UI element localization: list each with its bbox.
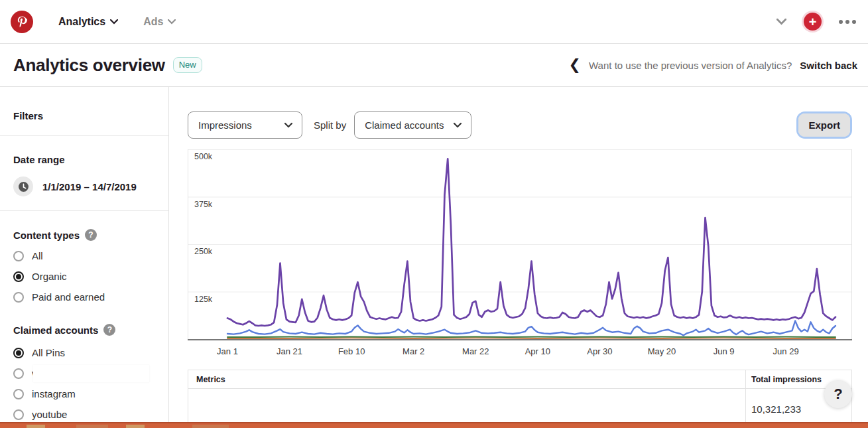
series-blue-line [227, 321, 836, 336]
split-by-label: Split by [314, 119, 346, 131]
switch-back-link[interactable]: Switch back [800, 60, 857, 71]
nav-ads-menu[interactable]: Ads [143, 16, 176, 28]
chevron-down-icon [168, 19, 176, 25]
x-tick-label: Jan 1 [217, 346, 238, 356]
series-green-line [227, 337, 836, 338]
metric-select-value: Impressions [198, 119, 252, 131]
chevron-down-icon [110, 19, 118, 25]
date-range-picker[interactable]: 1/1/2019 – 14/7/2019 [13, 177, 155, 196]
x-tick-label: May 20 [648, 346, 676, 356]
series-purple-line [227, 159, 836, 326]
y-tick-label: 500k [194, 152, 213, 161]
y-tick-label: 125k [194, 295, 213, 304]
export-button-focus-ring: Export [796, 111, 852, 139]
x-tick-label: Jun 9 [713, 346, 735, 356]
page-title: Analytics overview [13, 55, 165, 76]
content-types-help-icon[interactable]: ? [85, 229, 97, 241]
radio-icon-selected [13, 348, 24, 358]
radio-label: instagram [32, 388, 76, 399]
metric-select[interactable]: Impressions [188, 111, 302, 139]
top-nav: Analytics Ads + [0, 0, 868, 44]
filters-sidebar: Filters Date range 1/1/2019 – 14/7/2019 … [0, 87, 169, 428]
radio-icon-selected [13, 271, 24, 282]
claimed-accounts-help-icon[interactable]: ? [103, 324, 115, 336]
radio-label: Organic [32, 271, 67, 282]
chevron-down-icon [284, 123, 292, 128]
radio-icon [13, 409, 24, 420]
chevron-left-icon[interactable]: ❮ [569, 58, 581, 72]
radio-label: All [32, 250, 43, 261]
clock-icon [13, 177, 33, 196]
impressions-line-chart: 125k250k375k500kJan 1Jan 21Feb 10Mar 2Ma… [188, 149, 852, 363]
bottom-window-edge-bar [0, 422, 868, 428]
content-types-title: Content types [13, 230, 80, 241]
main-content: Impressions Split by Claimed accounts Ex… [169, 87, 868, 428]
account-chevron-down-icon[interactable] [776, 19, 786, 25]
claimed-accounts-title: Claimed accounts [13, 324, 98, 336]
divider [0, 210, 168, 211]
previous-version-text: Want to use the previous version of Anal… [589, 60, 792, 71]
x-tick-label: Apr 30 [587, 346, 612, 356]
pinterest-p-icon [15, 15, 29, 29]
create-plus-button[interactable]: + [804, 13, 822, 31]
x-tick-label: Jun 29 [773, 346, 799, 356]
x-tick-label: Mar 2 [403, 346, 424, 356]
radio-label: youtube [32, 409, 67, 420]
radio-account-all-pins[interactable]: All Pins [13, 347, 155, 358]
redaction-overlay [33, 365, 149, 382]
more-options-button[interactable] [839, 20, 856, 24]
chart-canvas: 125k250k375k500kJan 1Jan 21Feb 10Mar 2Ma… [188, 149, 852, 363]
help-button[interactable]: ? [824, 380, 852, 408]
x-tick-label: Apr 10 [525, 346, 550, 356]
radio-label: All Pins [32, 347, 65, 358]
pinterest-logo[interactable] [11, 11, 33, 33]
metrics-column-header: Metrics [188, 370, 745, 388]
radio-account-redacted[interactable]: v [13, 368, 155, 379]
page-header: Analytics overview New ❮ Want to use the… [0, 44, 868, 87]
x-tick-label: Feb 10 [338, 346, 365, 356]
radio-account-youtube[interactable]: youtube [13, 409, 155, 420]
split-by-select[interactable]: Claimed accounts [354, 111, 471, 139]
radio-label: Paid and earned [32, 291, 105, 303]
radio-content-organic[interactable]: Organic [13, 271, 155, 282]
divider [0, 135, 168, 136]
split-select-value: Claimed accounts [365, 119, 444, 131]
radio-content-all[interactable]: All [13, 250, 155, 261]
nav-analytics-label: Analytics [58, 16, 105, 28]
export-button[interactable]: Export [798, 113, 850, 137]
nav-ads-label: Ads [143, 16, 163, 28]
nav-analytics-menu[interactable]: Analytics [58, 16, 118, 28]
radio-account-instagram[interactable]: instagram [13, 388, 155, 399]
x-tick-label: Mar 22 [462, 346, 489, 356]
chart-controls: Impressions Split by Claimed accounts Ex… [188, 111, 868, 139]
y-tick-label: 250k [194, 247, 213, 256]
date-range-title: Date range [13, 154, 155, 165]
x-tick-label: Jan 21 [277, 346, 302, 356]
chevron-down-icon [454, 123, 462, 128]
previous-version-banner: ❮ Want to use the previous version of An… [569, 58, 857, 72]
table-header-row: Metrics Total impressions [188, 370, 851, 389]
radio-icon [13, 251, 24, 261]
new-badge: New [173, 57, 202, 73]
date-range-value: 1/1/2019 – 14/7/2019 [42, 181, 137, 192]
y-tick-label: 375k [194, 200, 213, 209]
nav-right-group: + [776, 13, 856, 31]
metrics-table: Metrics Total impressions 10,321,233 [188, 370, 852, 428]
radio-icon [13, 368, 24, 379]
series-orange-line [227, 338, 836, 338]
radio-icon [13, 292, 24, 303]
radio-icon [13, 389, 24, 399]
radio-content-paid[interactable]: Paid and earned [13, 291, 155, 303]
filters-title: Filters [13, 110, 155, 121]
